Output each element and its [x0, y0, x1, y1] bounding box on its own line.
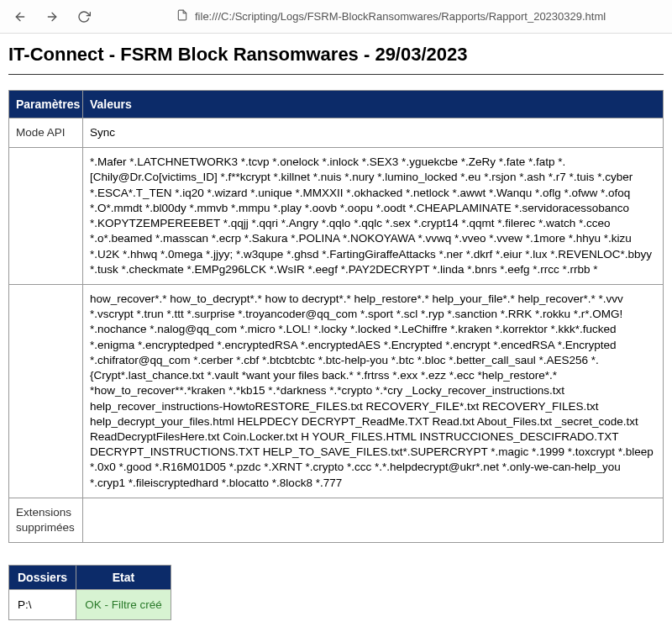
folders-header-col1: Dossiers	[9, 566, 76, 590]
file-icon	[176, 9, 188, 24]
back-button[interactable]	[7, 3, 34, 30]
reload-icon	[77, 10, 91, 24]
params-header-col2: Valeurs	[83, 91, 664, 118]
param-label	[9, 284, 83, 498]
table-row: Extensions supprimées	[9, 498, 664, 542]
param-value: how_recover*.* how_to_decrypt*.* how to …	[83, 284, 664, 498]
address-url: file:///C:/Scripting/Logs/FSRM-BlockRans…	[195, 10, 606, 23]
params-table: Paramètres Valeurs Mode API Sync *.Mafer…	[8, 90, 664, 543]
folders-table: Dossiers Etat P:\ OK - Filtre créé	[8, 565, 171, 620]
page-title: IT-Connect - FSRM Block Ransomwares - 29…	[8, 44, 664, 66]
table-row: *.Mafer *.LATCHNETWORK3 *.tcvp *.onelock…	[9, 148, 664, 285]
param-label: Mode API	[9, 118, 83, 148]
table-row: how_recover*.* how_to_decrypt*.* how to …	[9, 284, 664, 498]
page-content: IT-Connect - FSRM Block Ransomwares - 29…	[0, 34, 672, 630]
table-row: P:\ OK - Filtre créé	[9, 590, 171, 620]
folder-path: P:\	[9, 590, 76, 620]
param-value	[83, 498, 664, 542]
table-header-row: Paramètres Valeurs	[9, 91, 664, 118]
params-header-col1: Paramètres	[9, 91, 83, 118]
reload-button[interactable]	[71, 3, 97, 30]
arrow-right-icon	[45, 10, 59, 24]
param-label	[9, 148, 83, 285]
param-value: *.Mafer *.LATCHNETWORK3 *.tcvp *.onelock…	[83, 148, 664, 285]
table-header-row: Dossiers Etat	[9, 566, 171, 590]
address-bar[interactable]: file:///C:/Scripting/Logs/FSRM-BlockRans…	[170, 3, 665, 30]
divider	[8, 74, 664, 75]
browser-toolbar: file:///C:/Scripting/Logs/FSRM-BlockRans…	[0, 0, 672, 34]
table-row: Mode API Sync	[9, 118, 664, 148]
folders-header-col2: Etat	[76, 566, 171, 590]
arrow-left-icon	[13, 10, 27, 24]
param-value: Sync	[83, 118, 664, 148]
param-label: Extensions supprimées	[9, 498, 83, 542]
folder-status: OK - Filtre créé	[76, 590, 171, 620]
forward-button[interactable]	[39, 3, 66, 30]
